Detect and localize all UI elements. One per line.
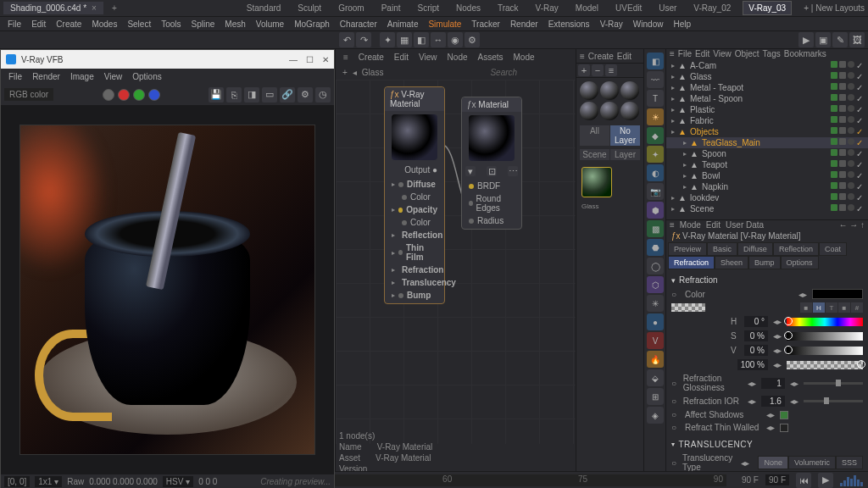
menu-item[interactable]: Edit xyxy=(390,53,413,62)
save-image-icon[interactable]: 💾 xyxy=(209,87,224,103)
output-port[interactable]: Output ● xyxy=(385,164,444,176)
slider[interactable] xyxy=(787,347,863,355)
grid-icon[interactable]: ▦ xyxy=(397,32,412,47)
document-tab[interactable]: Shading_0006.c4d * × xyxy=(3,2,103,14)
attribute-tab[interactable]: Preview xyxy=(668,242,707,256)
layout-tab[interactable]: Track xyxy=(492,2,524,14)
object-row[interactable]: ▸▲TeaGlass_Main✓ xyxy=(666,137,868,148)
menu-item[interactable]: Window xyxy=(629,19,668,29)
color-mode-button[interactable]: T xyxy=(826,302,837,313)
play-icon[interactable]: ▶ xyxy=(818,473,833,488)
workplane-icon[interactable]: ◉ xyxy=(448,32,463,47)
menu-item[interactable]: Select xyxy=(123,19,155,29)
history-icon[interactable]: ◷ xyxy=(315,87,331,103)
menu-item[interactable]: User Data xyxy=(726,220,764,230)
color-mode-button[interactable]: ■ xyxy=(800,302,812,313)
translucency-section[interactable]: ▾ TRANSLUCENCY xyxy=(671,437,863,452)
node-search[interactable]: Search xyxy=(490,68,517,77)
menu-item[interactable]: Character xyxy=(336,19,381,29)
attribute-tab[interactable]: Sheen xyxy=(715,256,748,269)
back-icon[interactable]: ◂ xyxy=(353,68,357,77)
crumb-current[interactable]: Glass xyxy=(362,68,384,77)
input-port[interactable]: ▸Diffuse xyxy=(385,178,444,191)
field-icon[interactable]: ✦ xyxy=(647,146,664,163)
menu-item[interactable]: Create xyxy=(588,52,614,61)
object-row[interactable]: ▸▲Metal - Spoon✓ xyxy=(666,93,868,104)
input-port[interactable]: ▸Reflection xyxy=(385,229,444,241)
node-menu-icon[interactable]: ⋯ xyxy=(508,166,518,176)
render-icon[interactable]: ▶ xyxy=(798,32,814,47)
sample-size[interactable]: 1x1 ▾ xyxy=(35,476,62,487)
menu-item[interactable]: Node xyxy=(443,53,472,62)
region-icon[interactable]: ▭ xyxy=(262,87,277,103)
layout-tab[interactable]: Paint xyxy=(376,2,406,14)
red-channel-icon[interactable] xyxy=(118,89,130,101)
menu-item[interactable]: File xyxy=(4,72,26,81)
mode-button[interactable]: None xyxy=(758,456,788,469)
layout-tab[interactable]: V-Ray xyxy=(531,2,564,14)
add-node-icon[interactable]: + xyxy=(342,68,348,77)
menu-item[interactable]: Image xyxy=(66,72,98,81)
maximize-icon[interactable]: ☐ xyxy=(306,55,314,64)
render-viewport[interactable] xyxy=(1,106,334,474)
filter-layer[interactable]: Layer xyxy=(610,149,640,160)
hsv-toggle[interactable]: HSV ▾ xyxy=(163,476,193,487)
slider[interactable] xyxy=(787,332,863,341)
refraction-section[interactable]: ▾ Refraction xyxy=(671,273,863,287)
object-row[interactable]: ▸▲Objects✓ xyxy=(666,126,868,137)
object-row[interactable]: ▸▲Fabric✓ xyxy=(666,115,868,126)
mono-channel-icon[interactable] xyxy=(103,89,114,101)
menu-item[interactable]: Render xyxy=(28,72,64,81)
redo-icon[interactable]: ↷ xyxy=(356,32,371,47)
color-swatch[interactable] xyxy=(812,289,863,299)
light-icon[interactable]: ☀ xyxy=(647,108,664,125)
material-sphere[interactable] xyxy=(620,102,639,120)
object-row[interactable]: ▸▲Glass✓ xyxy=(666,71,868,82)
scene-icon[interactable]: ⬡ xyxy=(647,276,664,293)
blue-channel-icon[interactable] xyxy=(148,89,160,101)
generator-icon[interactable]: ◆ xyxy=(647,127,664,144)
input-port[interactable]: ▸Bump xyxy=(385,289,444,302)
layout-tab[interactable]: User xyxy=(654,2,682,14)
object-row[interactable]: ▸▲Teapot✓ xyxy=(666,159,868,170)
layout-tab[interactable]: Nodes xyxy=(451,2,486,14)
slider[interactable] xyxy=(787,361,863,369)
menu-item[interactable]: Tracker xyxy=(467,19,504,29)
menu-item[interactable]: Mesh xyxy=(220,19,249,29)
layout-tab[interactable]: Model xyxy=(570,2,604,14)
material-sphere[interactable] xyxy=(620,81,639,100)
cube-icon[interactable]: ◧ xyxy=(647,53,664,69)
layout-tab[interactable]: Standard xyxy=(242,2,287,14)
attribute-tab[interactable]: Reflection xyxy=(773,242,819,256)
menu-item[interactable]: Create xyxy=(52,19,86,29)
input-port[interactable]: Color xyxy=(385,216,444,229)
object-row[interactable]: ▸▲Metal - Teapot✓ xyxy=(666,82,868,93)
slider[interactable] xyxy=(804,382,863,385)
menu-item[interactable]: File xyxy=(3,19,25,29)
menu-item[interactable]: File xyxy=(678,49,692,58)
menu-item[interactable]: Object xyxy=(735,49,760,58)
material-sphere[interactable] xyxy=(580,81,598,100)
input-port[interactable]: Radius xyxy=(462,214,521,227)
menu-item[interactable]: V-Ray xyxy=(596,19,627,29)
material-sphere[interactable] xyxy=(600,81,619,100)
filter-all[interactable]: All xyxy=(580,125,609,146)
object-row[interactable]: ▸▲Spoon✓ xyxy=(666,148,868,159)
text-tool-icon[interactable]: T xyxy=(647,90,664,107)
menu-item[interactable]: Animate xyxy=(383,19,423,29)
add-tab-button[interactable]: + xyxy=(107,3,122,13)
render-settings-icon[interactable]: ✎ xyxy=(832,32,848,47)
mograph-icon[interactable]: ⬢ xyxy=(647,202,664,219)
input-port[interactable]: ▸Translucency xyxy=(385,276,444,289)
undo-icon[interactable]: ↶ xyxy=(339,32,354,47)
object-row[interactable]: ▸▲Plastic✓ xyxy=(666,104,868,115)
node-collapse-icon[interactable]: ▾ xyxy=(465,166,476,176)
menu-item[interactable]: View xyxy=(713,49,732,58)
object-row[interactable]: ▸▲lookdev✓ xyxy=(666,192,868,203)
menu-item[interactable]: Volume xyxy=(252,19,288,29)
current-frame[interactable]: 90 F xyxy=(765,474,789,485)
input-port[interactable]: BRDF xyxy=(462,180,521,192)
misc1-icon[interactable]: ⬙ xyxy=(647,369,664,386)
menu-item[interactable]: Edit xyxy=(695,49,709,58)
material-sphere[interactable] xyxy=(580,102,598,120)
